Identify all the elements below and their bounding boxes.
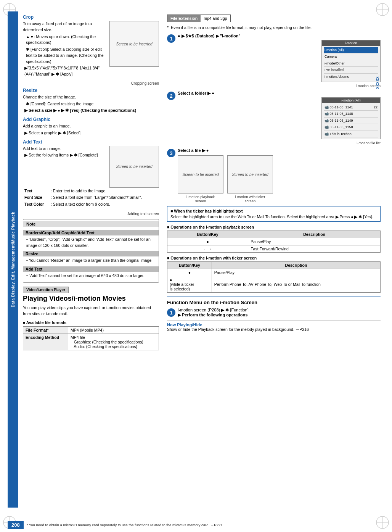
file-extension-box: File Extension mp4 and 3gp: [167, 15, 231, 22]
ops-playback-row-1: ● Pause/Play: [167, 238, 381, 245]
imotion-playback-caption: i-motion playbackscreen: [186, 195, 215, 203]
add-text-section: Add Text Screen to be inserted Add text …: [23, 139, 159, 216]
ops-ticker-header: ■ Operations on the i-motion with ticker…: [167, 256, 381, 260]
func-step-1-arrow: ▶ Perform the following operations: [178, 313, 381, 318]
crop-title: Crop: [23, 15, 159, 20]
ticker-header: ■ When the ticker has highlighted text: [170, 209, 377, 213]
step-1-screen-header: i-motion: [322, 40, 380, 46]
video-section: Video/i-motion Player Playing Videos/i-m…: [23, 287, 159, 350]
step-3-content: Select a file ▶ ● Screen to be inserted …: [178, 148, 381, 203]
step-3-number: 3: [167, 149, 175, 157]
formats-table: File Format* MP4 (Mobile MP4) Encoding M…: [23, 326, 159, 350]
video-main-title: Playing Videos/i-motion Movies: [23, 295, 159, 303]
step-2-screen-list: 📹 05-11-06_114122 📹 05-11-06_1148 📹 05-1…: [322, 103, 380, 139]
ops-ticker-row-2: ●(while a tickeris selected) Perform Pho…: [167, 276, 381, 293]
note-box: Note Borders/Crop/Add Graphic/Add Text •…: [23, 219, 159, 283]
crop-section: Crop Screen to be inserted Trim away a f…: [23, 15, 159, 85]
formats-header: ■ Available file formats: [23, 320, 159, 325]
crop-screen-caption: Cropping screen: [23, 81, 159, 85]
note-borders-text: • "Borders", "Crop", "Add Graphic" and "…: [26, 237, 156, 249]
step-2-screenshot: i-motion (All) 📹 05-11-06_114122 📹 05-11…: [321, 97, 381, 139]
step-1-text: ● ▶ $★$ (Databox) ▶ "i-motion": [178, 34, 381, 39]
ops-playback-table: Button/Key Description ● Pause/Play ←→: [167, 231, 381, 253]
ops-playback-row-2: ←→ Fast Forward/Rewind: [167, 245, 381, 253]
step-1-item-3: i-mode/Other: [324, 60, 378, 67]
now-playing-title: Now Playing/Hide: [167, 322, 381, 327]
step-2-item-2: 📹 05-11-06_1148: [324, 111, 378, 117]
step-1-item-1: i-motion (All): [324, 47, 378, 53]
file-ext-value: mp4 and 3gp: [201, 15, 230, 22]
imotion-ticker-screen: Screen to be inserted: [227, 155, 273, 193]
step-2-item-1: 📹 05-11-06_114122: [324, 104, 378, 111]
note-addtext-header: Add Text: [23, 266, 159, 272]
step-1-content: ● ▶ $★$ (Databox) ▶ "i-motion" i-motion …: [178, 34, 381, 88]
right-column: File Extension mp4 and 3gp *: Even if a …: [163, 11, 384, 508]
sidebar: Data Display, Edit, Management/Music Pla…: [8, 11, 18, 508]
xxxxx-label: XXXXX: [376, 76, 380, 89]
format-val-2: MP4 file Graphics: (Checking the specifi…: [68, 334, 159, 350]
now-playing-body: Show or hide the Playback screen for the…: [167, 327, 381, 332]
func-step-1-content: i-motion screen (P208) ▶ ✱ [Function] ▶ …: [178, 308, 381, 318]
step-2-content: Select a folder ▶ ● i-motion (All) 📹 05-…: [178, 91, 381, 145]
ops-playback-col1: Button/Key: [167, 231, 248, 238]
resize-title: Resize: [23, 88, 159, 93]
ops-ticker-key-1: ●: [167, 269, 212, 276]
ops-playback-header: ■ Operations on the i-motion playback sc…: [167, 225, 381, 229]
add-graphic-body: Add a graphic to an image. ▶ Select a gr…: [23, 123, 159, 136]
note-header: Note: [23, 221, 159, 227]
function-menu-section: Function Menu on the i-motion Screen 1 i…: [167, 297, 381, 332]
page-number-bar: 208 * You need to obtain a microSD memor…: [0, 521, 392, 529]
ops-playback-key-2: ←→: [167, 245, 248, 253]
step-2-item-3: 📹 05-11-06_1149: [324, 118, 378, 124]
step-3-screens: Screen to be inserted i-motion playbacks…: [178, 155, 381, 203]
add-graphic-title: Add Graphic: [23, 117, 159, 122]
ticker-body: Select the highlighted area to use the W…: [170, 214, 377, 219]
step-1: 1 ● ▶ $★$ (Databox) ▶ "i-motion" i-motio…: [167, 34, 381, 88]
ops-ticker-key-2: ●(while a tickeris selected): [167, 276, 212, 293]
resize-body: Change the size of the image. ✱ [Cancel]…: [23, 94, 159, 114]
step-2: 2 Select a folder ▶ ● i-motion (All) 📹 0…: [167, 91, 381, 145]
note-resize-header: Resize: [23, 251, 159, 256]
resize-section: Resize Change the size of the image. ✱ […: [23, 88, 159, 114]
video-body-text: You can play video clips you have captur…: [23, 305, 159, 317]
ops-ticker: ■ Operations on the i-motion with ticker…: [167, 256, 381, 293]
crop-screen-placeholder: Screen to be inserted: [109, 21, 159, 67]
available-formats: ■ Available file formats File Format* MP…: [23, 320, 159, 350]
file-ext-label: File Extension: [167, 15, 201, 22]
ops-playback-col2: Description: [248, 231, 381, 238]
step-2-item-4: 📹 05-11-06_1150: [324, 124, 378, 131]
step-3-text: Select a file ▶ ●: [178, 148, 381, 153]
video-category-label: Video/i-motion Player: [23, 287, 69, 293]
step-1-screenshot: i-motion i-motion (All) Camera i-mode/Ot…: [321, 40, 381, 82]
func-step-1-number: 1: [167, 308, 175, 317]
format-key-2: Encoding Method: [23, 334, 68, 350]
page-number: 208: [8, 521, 24, 529]
imotion-playback-screen: Screen to be inserted: [178, 155, 223, 193]
left-column: Crop Screen to be inserted Trim away a f…: [18, 11, 163, 508]
ops-ticker-desc-2: Perform Phone To, AV Phone To, Web To or…: [212, 276, 380, 293]
format-key-1: File Format*: [23, 326, 68, 334]
ops-ticker-col1: Button/Key: [167, 262, 212, 269]
add-text-screen-placeholder: Screen to be inserted: [109, 146, 159, 188]
add-graphic-section: Add Graphic Add a graphic to an image. ▶…: [23, 117, 159, 136]
add-text-title: Add Text: [23, 139, 159, 145]
page: Data Display, Edit, Management/Music Pla…: [0, 0, 392, 532]
note-borders-header: Borders/Crop/Add Graphic/Add Text: [23, 230, 159, 235]
step-2-number: 2: [167, 92, 175, 100]
imotion-playback-wrapper: Screen to be inserted i-motion playbacks…: [178, 155, 223, 203]
ops-playback: ■ Operations on the i-motion playback sc…: [167, 225, 381, 253]
imotion-ticker-caption: i-motion with tickerscreen: [235, 195, 265, 203]
format-val-1: MP4 (Mobile MP4): [68, 326, 159, 334]
ops-playback-desc-2: Fast Forward/Rewind: [248, 245, 381, 253]
func-step-1-text: i-motion screen (P208) ▶ ✱ [Function]: [178, 308, 381, 313]
imotion-ticker-wrapper: Screen to be inserted i-motion with tick…: [227, 155, 273, 203]
func-step-1: 1 i-motion screen (P208) ▶ ✱ [Function] …: [167, 308, 381, 318]
step-1-screen-list: i-motion (All) Camera i-mode/Other Pre-i…: [322, 46, 380, 81]
step-3: 3 Select a file ▶ ● Screen to be inserte…: [167, 148, 381, 203]
ticker-note: ■ When the ticker has highlighted text S…: [167, 206, 381, 222]
note-addtext-text: • "Add Text" cannot be set for an image …: [26, 273, 156, 279]
ops-ticker-table: Button/Key Description ● Pause/Play ●(wh…: [167, 261, 381, 293]
note-resize-text: • You cannot "Resize" an image to a larg…: [26, 258, 156, 264]
ops-ticker-desc-1: Pause/Play: [212, 269, 380, 276]
ops-playback-desc-1: Pause/Play: [248, 238, 381, 245]
